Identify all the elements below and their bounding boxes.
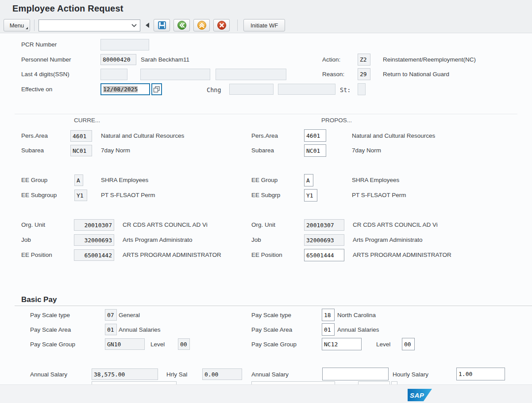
proposed-level-field[interactable]: 00 — [402, 338, 415, 350]
initiate-wf-button[interactable]: Initiate WF — [243, 19, 285, 31]
reason-code-field: 29 — [358, 68, 370, 80]
current-pay-scale-type-label: Pay Scale type — [30, 312, 70, 319]
proposed-column-header: PROPOS... — [321, 117, 352, 124]
reason-label: Reason: — [322, 71, 344, 78]
current-job-text: Arts Program Administrato — [123, 236, 193, 244]
current-ee-subgroup-text: PT S-FLSAOT Perm — [101, 192, 155, 199]
proposed-org-unit-field: 20010307 — [304, 219, 344, 231]
proposed-pay-scale-area-label: Pay Scale Area — [251, 326, 292, 333]
cancel-icon — [217, 20, 227, 30]
basic-pay-section-title: Basic Pay — [21, 295, 57, 304]
current-ee-group-label: EE Group — [21, 177, 47, 184]
personnel-number-label: Personnel Number — [21, 56, 71, 63]
proposed-pay-scale-area-text: Annual Salaries — [337, 326, 379, 333]
ssn-field-1 — [100, 69, 127, 80]
proposed-ee-group-text: SHRA Employees — [352, 177, 399, 184]
sap-logo-text: SAP — [410, 391, 424, 399]
chevron-down-icon — [131, 23, 137, 27]
personnel-number-field: 80000420 — [100, 54, 136, 65]
proposed-position-text: ARTS PROGRAM ADMINISTRATOR — [353, 252, 451, 259]
pcr-number-field — [100, 39, 149, 50]
copy-icon — [153, 86, 160, 93]
current-pay-scale-type-field: 07 — [105, 309, 117, 321]
proposed-org-unit-label: Org. Unit — [251, 221, 275, 229]
current-subarea-text: 7day Norm — [101, 147, 130, 154]
save-icon — [157, 20, 167, 30]
current-org-unit-text: CR CDS ARTS COUNCIL AD Vi — [123, 221, 208, 229]
st-field — [358, 83, 366, 95]
proposed-pers-area-label: Pers.Area — [251, 132, 278, 140]
current-annual-salary-label: Annual Salary — [30, 371, 67, 378]
command-combobox[interactable] — [39, 19, 140, 31]
action-description: Reinstatement/Reemployment(NC) — [383, 56, 476, 63]
current-level-label: Level — [150, 341, 165, 348]
save-button[interactable] — [154, 19, 170, 31]
current-column-header: CURRE... — [74, 117, 100, 124]
current-pay-scale-type-text: General — [119, 312, 140, 319]
section-divider — [15, 114, 517, 114]
current-ee-group-field: A — [74, 174, 83, 186]
back-button[interactable] — [173, 19, 190, 31]
chng-label: Chng — [207, 86, 221, 93]
current-hourly-salary-field: 0.00 — [202, 368, 242, 380]
current-ee-subgroup-label: EE Subgroup — [21, 192, 57, 199]
clipped-field — [251, 381, 335, 384]
clipped-field — [92, 381, 177, 384]
menu-button-label: Menu — [10, 22, 24, 29]
current-ee-subgroup-field: Y1 — [74, 190, 87, 201]
proposed-ee-group-label: EE Group — [251, 177, 278, 184]
proposed-level-label: Level — [376, 341, 390, 348]
current-position-label: EE Position — [21, 252, 52, 259]
exit-up-icon — [197, 20, 207, 30]
exit-button[interactable] — [193, 19, 210, 31]
date-copy-button[interactable] — [151, 83, 162, 95]
proposed-job-field: 32000693 — [304, 234, 344, 246]
proposed-ee-group-field[interactable]: A — [304, 174, 313, 186]
footer-bar: SAP — [0, 384, 532, 403]
effective-on-field[interactable]: 12/08/2025 — [100, 83, 150, 95]
proposed-position-field[interactable]: 65001444 — [304, 249, 344, 261]
current-org-unit-label: Org. Unit — [21, 221, 45, 229]
proposed-pay-scale-type-text: North Carolina — [337, 312, 376, 319]
employee-name: Sarah Beckham11 — [141, 56, 189, 63]
current-subarea-field: NC01 — [70, 145, 92, 156]
proposed-pay-scale-group-field[interactable]: NC12 — [322, 338, 362, 350]
back-icon — [177, 20, 187, 30]
collapse-toolbar-icon[interactable] — [146, 23, 149, 28]
sap-logo: SAP — [408, 389, 432, 401]
action-label: Action: — [322, 56, 340, 63]
proposed-pay-scale-type-field[interactable]: 18 — [322, 309, 335, 321]
proposed-ee-subgroup-field[interactable]: Y1 — [304, 189, 317, 202]
proposed-hourly-salary-field[interactable]: 1.00 — [456, 368, 505, 380]
current-pers-area-field: 4601 — [70, 130, 92, 142]
proposed-pay-scale-group-label: Pay Scale Group — [251, 341, 297, 348]
proposed-job-label: Job — [251, 236, 261, 244]
clipped-field — [358, 381, 390, 384]
proposed-ee-subgroup-label: EE Subgrp — [251, 192, 280, 199]
current-job-label: Job — [21, 236, 31, 244]
toolbar-separator — [34, 19, 35, 31]
titlebar: Employee Action Request — [0, 0, 532, 18]
proposed-pay-scale-type-label: Pay Scale type — [251, 312, 291, 319]
cancel-button[interactable] — [213, 19, 230, 31]
proposed-org-unit-text: CR CDS ARTS COUNCIL AD Vi — [353, 221, 438, 229]
current-job-field: 32000693 — [74, 234, 114, 246]
proposed-pers-area-field[interactable]: 4601 — [304, 129, 326, 142]
action-code-field: Z2 — [358, 54, 370, 66]
proposed-annual-salary-label: Annual Salary — [251, 371, 289, 378]
effective-on-label: Effective on — [21, 86, 52, 93]
menu-dropdown-indicator-icon — [26, 27, 28, 29]
ssn-field-3 — [216, 69, 286, 80]
proposed-subarea-field[interactable]: NC01 — [304, 144, 326, 157]
current-ee-group-text: SHRA Employees — [101, 177, 148, 184]
current-pay-scale-area-text: Annual Salaries — [119, 326, 161, 333]
proposed-annual-salary-field[interactable] — [322, 368, 389, 380]
menu-button[interactable]: Menu — [4, 19, 30, 31]
proposed-hourly-salary-label: Hourly Salary — [393, 371, 428, 378]
current-pay-scale-group-label: Pay Scale Group — [30, 341, 75, 348]
chng-field-1 — [229, 84, 274, 95]
proposed-pay-scale-area-field[interactable]: 01 — [322, 323, 335, 336]
current-pers-area-text: Natural and Cultural Resources — [101, 132, 184, 140]
clipped-field — [391, 381, 397, 384]
proposed-job-text: Arts Program Administrato — [353, 236, 423, 244]
